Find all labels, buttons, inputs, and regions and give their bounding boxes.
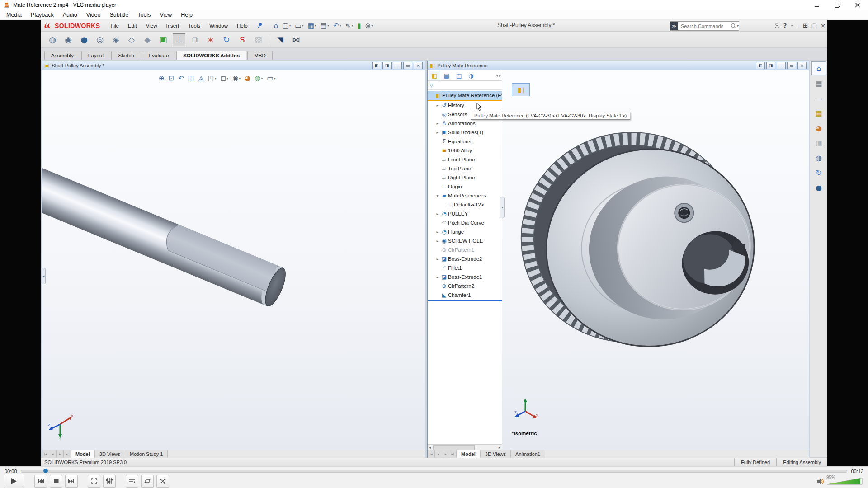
tab-scroll-next-icon[interactable]: ▸ [442,450,449,458]
tree-item-boss-extrude2[interactable]: ▸◪Boss-Extrude2 [428,254,502,263]
doc-tab-motion-study-1[interactable]: Motion Study 1 [125,450,168,458]
exploded-view-icon[interactable]: ◍ [46,33,59,46]
solidworks-forum-taskpane-icon[interactable]: ◍ [811,151,826,165]
tree-item-pulley-mate-reference-fva[interactable]: ◧Pulley Mate Reference (FVA- [428,91,502,100]
tab-layout[interactable]: Layout [81,51,111,60]
left-restore-icon[interactable]: ▭ [403,62,412,69]
print-dropdown-icon[interactable]: ▾ [327,23,329,28]
next-button[interactable] [65,475,78,488]
tree-item-history[interactable]: ▸↺History [428,101,502,110]
displaymanager-tab-icon[interactable]: ◑ [465,71,477,80]
vlc-restore-icon[interactable] [827,0,848,10]
tree-item-flange[interactable]: ▸◔Flange [428,227,502,236]
hscroll-left-icon[interactable]: ◂ [428,446,432,450]
propertymanager-tab-icon[interactable]: ▤ [441,71,453,80]
new-part-icon[interactable]: ● [78,33,90,46]
tab-scroll-first-icon[interactable]: |◂ [428,450,435,458]
tab-scroll-last-icon[interactable]: ▸| [64,450,71,458]
left-close-icon[interactable]: × [414,62,423,69]
sw-menu-insert[interactable]: Insert [162,22,184,30]
seek-thumb[interactable] [43,469,48,473]
tree-expand-icon[interactable]: ▸ [434,230,440,234]
performance-icon[interactable]: ▮ [356,21,362,30]
select-icon[interactable]: ⇖▾ [344,21,355,30]
assembly-features-icon[interactable]: ▣ [157,33,170,46]
speaker-icon[interactable] [816,478,825,485]
left-panel-collapse-handle[interactable]: ◂ [42,268,46,284]
search-commands-box[interactable]: ≫ ▾ [670,21,739,31]
random-button[interactable] [156,475,169,488]
tree-item-fillet1[interactable]: ◜Fillet1 [428,263,502,272]
move-component-icon[interactable]: ◇ [125,33,138,46]
hscroll-thumb[interactable] [433,445,475,450]
stamp-icon[interactable]: ▨ [252,33,264,46]
tab-scroll-last-icon[interactable]: ▸| [449,450,457,458]
undo-icon[interactable]: ↶▾ [332,21,343,30]
tree-expand-icon[interactable]: ▸ [434,103,440,108]
rotate-component-icon[interactable]: ↻ [220,33,233,46]
view-palette-taskpane-icon[interactable]: ▦ [811,106,826,120]
open-document-dropdown-icon[interactable]: ▾ [302,23,304,28]
tree-item-chamfer1[interactable]: ◣Chamfer1 [428,291,502,300]
linear-component-pattern-icon[interactable]: ◈ [109,33,122,46]
tab-solidworks-add-ins[interactable]: SOLIDWORKS Add-Ins [176,51,246,60]
undo-dropdown-icon[interactable]: ▾ [340,23,341,28]
help-dropdown-icon[interactable]: ▾ [791,23,793,28]
tree-item-annotations[interactable]: ▸AAnnotations [428,119,502,128]
right-minimize-icon[interactable]: — [777,62,786,69]
sw-menu-view[interactable]: View [142,22,161,30]
user-account-icon[interactable] [774,23,780,28]
sw-menu-edit[interactable]: Edit [124,22,141,30]
tree-item-pulley[interactable]: ▸◔PULLEY [428,209,502,218]
measure-icon[interactable]: ⊓ [189,33,201,46]
tree-expand-icon[interactable]: ▸ [434,257,440,261]
left-tile-vertical-icon[interactable]: ◨ [382,62,392,69]
search-type-icon[interactable]: ≫ [670,22,678,30]
sw-menu-window[interactable]: Window [205,22,232,30]
insert-components-icon[interactable]: ◉ [62,33,75,46]
featuremanager-tab-icon[interactable]: ◧ [429,71,440,80]
tree-splitter-handle[interactable] [500,197,505,218]
vlc-menu-tools[interactable]: Tools [133,11,155,19]
save-icon[interactable]: ▦▾ [307,21,318,30]
doc-tab-3d-views[interactable]: 3D Views [95,450,125,458]
tree-expand-icon[interactable]: ▸ [434,239,440,243]
video-area[interactable]: SOLIDWORKS FileEditViewInsertToolsWindow… [0,20,868,466]
search-input[interactable] [680,23,731,29]
sw-menu-tools[interactable]: Tools [184,22,204,30]
hscroll-right-icon[interactable]: ▸ [497,446,502,450]
vlc-menu-help[interactable]: Help [176,11,197,19]
home-taskpane-icon[interactable]: ⌂ [811,61,826,75]
weldment-icon[interactable]: ◥ [274,33,287,46]
appearances-scenes-taskpane-icon[interactable]: ◕ [811,121,826,135]
right-tile-vertical-icon[interactable]: ◨ [766,62,775,69]
tree-item-1060-alloy[interactable]: ≡1060 Alloy [428,146,502,155]
pin-icon[interactable] [257,23,263,29]
tree-item-cirpattern1[interactable]: ⊕CirPattern1 [428,245,502,254]
tree-horizontal-scrollbar[interactable]: ◂ ▸ [428,444,502,450]
select-dropdown-icon[interactable]: ▾ [351,23,353,28]
right-close-icon[interactable]: × [797,62,807,69]
vlc-menu-playback[interactable]: Playback [26,11,58,19]
section-tool-icon[interactable]: ⋈ [290,33,302,46]
mate-icon[interactable]: ◎ [94,33,106,46]
left-minimize-icon[interactable]: — [393,62,402,69]
tab-assembly[interactable]: Assembly [44,51,80,60]
doc-tab-model[interactable]: Model [71,450,95,458]
right-viewport[interactable] [502,70,809,450]
vlc-menu-audio[interactable]: Audio [58,11,82,19]
tab-sketch[interactable]: Sketch [111,51,141,60]
fullscreen-button[interactable] [88,475,100,488]
tree-item-cirpattern2[interactable]: ⊕CirPattern2 [428,282,502,291]
options-dropdown-icon[interactable]: ▾ [371,23,373,28]
stop-button[interactable] [50,475,62,488]
right-tile-horizontal-icon[interactable]: ◧ [756,62,765,69]
doc-tab-animation1[interactable]: Animation1 [511,450,545,458]
new-document-icon[interactable]: ▢▾ [281,21,292,30]
sw-menu-help[interactable]: Help [233,22,252,30]
vlc-minimize-icon[interactable] [807,0,827,10]
left-tile-horizontal-icon[interactable]: ◧ [372,62,381,69]
search-dropdown-icon[interactable]: ▾ [737,24,739,28]
vlc-menu-video[interactable]: Video [82,11,105,19]
tab-mbd[interactable]: MBD [247,51,273,60]
